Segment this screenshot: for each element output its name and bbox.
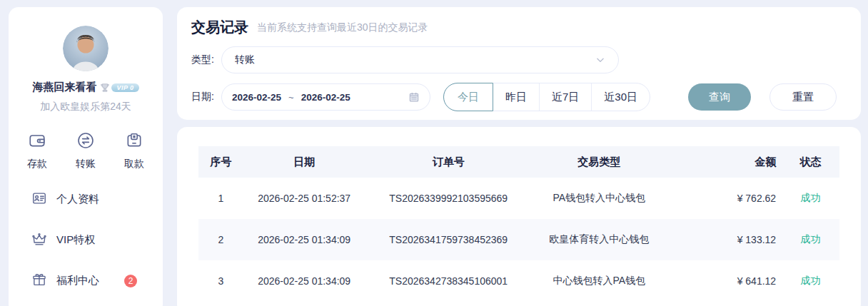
sidebar-item-welfare[interactable]: 福利中心 2 <box>31 260 140 301</box>
welfare-count-badge: 2 <box>124 275 137 287</box>
query-button[interactable]: 查询 <box>688 83 751 111</box>
date-from-value: 2026-02-25 <box>232 92 281 103</box>
withdraw-icon <box>125 131 143 153</box>
col-header-order-no: 订单号 <box>365 146 531 178</box>
cell-amount: ¥ 133.12 <box>667 219 782 260</box>
crown-icon <box>31 231 47 250</box>
transfer-label: 转账 <box>76 158 96 170</box>
cell-amount: ¥ 641.12 <box>667 260 782 302</box>
calendar-icon <box>408 91 420 103</box>
page-title: 交易记录 <box>191 18 248 37</box>
col-header-type: 交易类型 <box>532 146 667 178</box>
quick-actions: 存款 转账 <box>9 131 163 170</box>
deposit-button[interactable]: 存款 <box>27 131 47 170</box>
avatar-photo <box>63 26 108 71</box>
welfare-center-label: 福利中心 <box>56 274 99 287</box>
date-label: 日期: <box>187 91 221 103</box>
chevron-down-icon <box>595 55 605 65</box>
table-header-row: 序号 日期 订单号 交易类型 金额 状态 <box>198 146 839 178</box>
filter-actions: 查询 重置 <box>688 83 847 111</box>
transaction-records-page: 海燕回来看看 VIP 0 加入欧皇娱乐第24天 存款 <box>0 0 868 306</box>
range-30days-button[interactable]: 近30日 <box>592 83 650 111</box>
reset-button[interactable]: 重置 <box>769 83 837 111</box>
type-filter-row: 类型: 转账 <box>187 46 847 73</box>
cell-index: 3 <box>198 260 243 302</box>
table-row: 2 2026-02-25 01:34:09 TS2026341759738452… <box>198 219 839 260</box>
sidebar: 海燕回来看看 VIP 0 加入欧皇娱乐第24天 存款 <box>9 7 163 306</box>
col-header-index: 序号 <box>198 146 243 178</box>
cell-type: 中心钱包转入PA钱包 <box>532 260 667 302</box>
vip-privileges-label: VIP特权 <box>56 233 95 247</box>
type-select-value: 转账 <box>235 53 255 66</box>
cell-index: 1 <box>198 178 243 219</box>
cell-status: 成功 <box>782 219 839 260</box>
type-select[interactable]: 转账 <box>221 46 619 73</box>
gift-icon <box>31 272 47 290</box>
records-table: 序号 日期 订单号 交易类型 金额 状态 1 2026-02-25 01:52:… <box>198 146 839 302</box>
date-to-value: 2026-02-25 <box>301 92 350 103</box>
cell-index: 2 <box>198 219 243 260</box>
sidebar-menu: 个人资料 VIP特权 <box>9 179 163 301</box>
cell-date: 2026-02-25 01:52:37 <box>243 178 365 219</box>
cell-order-no: TS2026339992103595669 <box>365 178 531 219</box>
cell-type: PA钱包转入中心钱包 <box>532 178 667 219</box>
type-label: 类型: <box>187 53 221 66</box>
date-range-input[interactable]: 2026-02-25 ~ 2026-02-25 <box>221 83 430 111</box>
cell-status: 成功 <box>782 178 839 219</box>
title-row: 交易记录 当前系统支持查询最近30日的交易记录 <box>187 18 847 37</box>
cell-status: 成功 <box>782 260 839 302</box>
quick-range-group: 今日 昨日 近7日 近30日 <box>443 83 650 111</box>
page-subtitle: 当前系统支持查询最近30日的交易记录 <box>257 21 428 34</box>
withdraw-label: 取款 <box>124 158 144 170</box>
join-days-text: 加入欧皇娱乐第24天 <box>9 101 163 113</box>
cell-order-no: TS2026342738345106001 <box>365 260 531 302</box>
profile-label: 个人资料 <box>56 193 99 206</box>
id-card-icon <box>31 190 47 209</box>
avatar <box>63 26 108 71</box>
sidebar-item-vip[interactable]: VIP特权 <box>31 220 140 260</box>
sidebar-item-profile[interactable]: 个人资料 <box>31 179 140 220</box>
cell-date: 2026-02-25 01:34:09 <box>243 219 365 260</box>
cell-order-no: TS2026341759738452369 <box>365 219 531 260</box>
col-header-status: 状态 <box>782 146 839 178</box>
range-7days-button[interactable]: 近7日 <box>540 83 592 111</box>
vip-badge: VIP 0 <box>100 83 138 93</box>
wallet-icon <box>28 131 46 153</box>
user-row: 海燕回来看看 VIP 0 <box>9 81 163 94</box>
table-row: 1 2026-02-25 01:52:37 TS2026339992103595… <box>198 178 839 219</box>
col-header-amount: 金额 <box>667 146 782 178</box>
cell-type: 欧皇体育转入中心钱包 <box>532 219 667 260</box>
filter-panel: 交易记录 当前系统支持查询最近30日的交易记录 类型: 转账 日期: 2026-… <box>177 7 861 120</box>
cell-date: 2026-02-25 01:34:09 <box>243 260 365 302</box>
transfer-icon <box>76 131 95 153</box>
deposit-label: 存款 <box>27 158 47 170</box>
date-separator: ~ <box>288 92 294 103</box>
col-header-date: 日期 <box>243 146 365 178</box>
vip-trophy-icon <box>100 83 110 93</box>
range-yesterday-button[interactable]: 昨日 <box>493 83 540 111</box>
transfer-button[interactable]: 转账 <box>76 131 96 170</box>
records-table-card: 序号 日期 订单号 交易类型 金额 状态 1 2026-02-25 01:52:… <box>177 127 861 306</box>
table-row: 3 2026-02-25 01:34:09 TS2026342738345106… <box>198 260 839 302</box>
cell-amount: ¥ 762.62 <box>667 178 782 219</box>
vip-level-label: VIP 0 <box>111 83 138 92</box>
username: 海燕回来看看 <box>32 81 96 94</box>
range-today-button[interactable]: 今日 <box>443 83 493 111</box>
date-filter-row: 日期: 2026-02-25 ~ 2026-02-25 今日 昨日 近7日 近3… <box>187 83 847 111</box>
withdraw-button[interactable]: 取款 <box>124 131 144 170</box>
